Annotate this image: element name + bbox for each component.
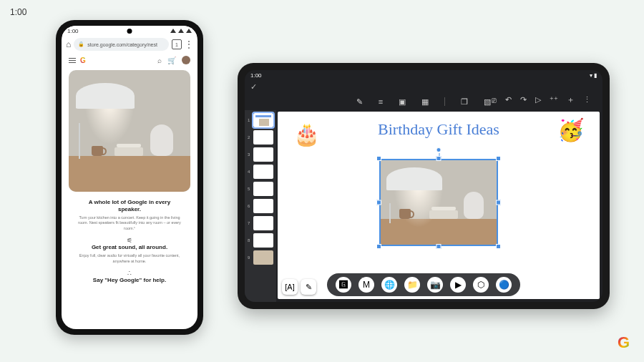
slide-thumbnails: 123456789	[245, 110, 276, 302]
resize-handle-l[interactable]	[376, 200, 381, 205]
resize-handle-br[interactable]	[496, 244, 501, 249]
tablet-status-icons: ▾ ▮	[590, 72, 597, 79]
home-icon[interactable]: ⌂	[66, 39, 71, 49]
search-icon[interactable]: ⌕	[157, 57, 162, 64]
slide-thumb-7[interactable]: 7	[248, 216, 273, 230]
crop-icon[interactable]: ▣	[399, 97, 406, 107]
copy-icon[interactable]: ❐	[461, 97, 468, 107]
avatar[interactable]	[182, 56, 190, 64]
signal-icon	[178, 29, 184, 33]
taskbar-app-6[interactable]: ⬡	[473, 277, 489, 293]
taskbar-app-7[interactable]: 🔵	[496, 277, 512, 293]
resize-handle-b[interactable]	[436, 244, 441, 249]
taskbar-app-0[interactable]: 🅶	[336, 277, 351, 293]
resize-handle-t[interactable]	[436, 156, 441, 161]
google-watermark-icon: G	[618, 333, 630, 352]
google-logo-icon[interactable]: G	[80, 57, 86, 64]
slide-thumb-3[interactable]: 3	[248, 147, 273, 162]
toolbar-divider	[444, 97, 445, 106]
tablet-device-frame: 1:00 ▾ ▮ ✓ ⎚ ↶ ↷ ▷ ⁺⁺ ＋ ⋮ ✎ ≡ ▣ ▦ ❐ ▧ 12…	[238, 63, 610, 309]
site-header: G ⌕ 🛒	[62, 53, 197, 67]
phone-screen: 1:00 ⌂ 🔒 store.google.com/category/nest …	[62, 26, 197, 329]
taskbar-app-3[interactable]: 📁	[404, 277, 420, 293]
rotate-handle[interactable]	[436, 147, 441, 152]
text-tool-button[interactable]: [A]	[282, 279, 298, 295]
tab-switcher[interactable]: 1	[172, 39, 182, 49]
floating-tools: [A] ✎	[282, 279, 316, 295]
resize-handle-bl[interactable]	[376, 244, 381, 249]
resize-handle-tl[interactable]	[376, 156, 381, 161]
lock-icon: 🔒	[78, 41, 84, 47]
image-icon[interactable]: ▦	[421, 97, 429, 107]
taskbar-app-2[interactable]: 🌐	[381, 277, 397, 293]
battery-icon	[186, 29, 192, 33]
tablet-time: 1:00	[250, 72, 262, 79]
assistant-icon: ∴	[69, 270, 190, 277]
add-icon[interactable]: ＋	[567, 94, 575, 105]
more-icon[interactable]: ⋮	[583, 95, 591, 104]
selection-border	[379, 159, 498, 246]
resize-handle-r[interactable]	[496, 200, 501, 205]
page-content: A whole lot of Google in every speaker. …	[62, 67, 197, 329]
layers-icon[interactable]: ▧	[484, 97, 491, 107]
slide-canvas[interactable]: Birthday Gift Ideas 🎂 🥳	[278, 112, 600, 299]
headline-1: A whole lot of Google in every speaker.	[77, 199, 182, 213]
browser-url-bar[interactable]: ⌂ 🔒 store.google.com/category/nest 1 ⋮	[62, 36, 197, 53]
wifi-icon	[170, 29, 176, 33]
play-icon[interactable]: ▷	[535, 95, 541, 104]
slide-thumb-5[interactable]: 5	[248, 182, 273, 196]
slide-thumb-8[interactable]: 8	[248, 233, 273, 248]
redo-icon[interactable]: ↷	[520, 95, 527, 104]
cake-emoji[interactable]: 🎂	[293, 122, 320, 147]
tablet-status-bar: 1:00 ▾ ▮	[245, 70, 602, 80]
presentation-timestamp: 1:00	[10, 7, 26, 17]
slide-thumb-4[interactable]: 4	[248, 165, 273, 179]
hero-image	[69, 70, 190, 192]
slide-thumb-6[interactable]: 6	[248, 199, 273, 213]
phone-time: 1:00	[67, 28, 79, 34]
phone-camera-hole	[127, 29, 132, 34]
sound-icon: ⚟	[69, 237, 190, 244]
headline-2: Get great sound, all around.	[77, 244, 182, 251]
paragraph-1: Turn your kitchen into a concert. Keep i…	[76, 215, 183, 231]
pen-tool-button[interactable]: ✎	[301, 279, 316, 295]
cart-icon[interactable]: 🛒	[167, 57, 176, 64]
taskbar-app-4[interactable]: 📷	[427, 277, 443, 293]
resize-handle-tr[interactable]	[496, 156, 501, 161]
phone-device-frame: 1:00 ⌂ 🔒 store.google.com/category/nest …	[56, 20, 203, 335]
tablet-screen: 1:00 ▾ ▮ ✓ ⎚ ↶ ↷ ▷ ⁺⁺ ＋ ⋮ ✎ ≡ ▣ ▦ ❐ ▧ 12…	[245, 70, 602, 302]
url-text: store.google.com/category/nest	[87, 42, 157, 47]
selected-image[interactable]	[379, 159, 498, 246]
undo-icon[interactable]: ↶	[505, 95, 512, 104]
browser-menu-icon[interactable]: ⋮	[185, 41, 193, 47]
paragraph-2: Enjoy full, clear audio for virtually al…	[76, 253, 183, 264]
url-field[interactable]: 🔒 store.google.com/category/nest	[74, 38, 169, 51]
share-icon[interactable]: ⁺⁺	[550, 95, 558, 104]
cast-icon[interactable]: ⎚	[492, 96, 497, 104]
slide-thumb-2[interactable]: 2	[248, 130, 273, 145]
party-emoji[interactable]: 🥳	[557, 117, 584, 142]
taskbar-app-5[interactable]: ▶	[450, 277, 466, 293]
app-confirm-bar[interactable]: ✓	[245, 80, 602, 93]
app-actions: ⎚ ↶ ↷ ▷ ⁺⁺ ＋ ⋮	[492, 94, 591, 105]
headline-3: Say "Hey Google" for help.	[77, 277, 182, 284]
tablet-taskbar: 🅶M🌐📁📷▶⬡🔵	[327, 273, 520, 296]
hamburger-icon[interactable]	[69, 58, 76, 63]
slide-thumb-1[interactable]: 1	[248, 113, 273, 127]
taskbar-app-1[interactable]: M	[358, 277, 374, 293]
list-icon[interactable]: ≡	[379, 97, 383, 106]
slide-title[interactable]: Birthday Gift Ideas	[278, 120, 600, 139]
draw-icon[interactable]: ✎	[356, 97, 363, 107]
slide-thumb-9[interactable]: 9	[248, 250, 273, 265]
